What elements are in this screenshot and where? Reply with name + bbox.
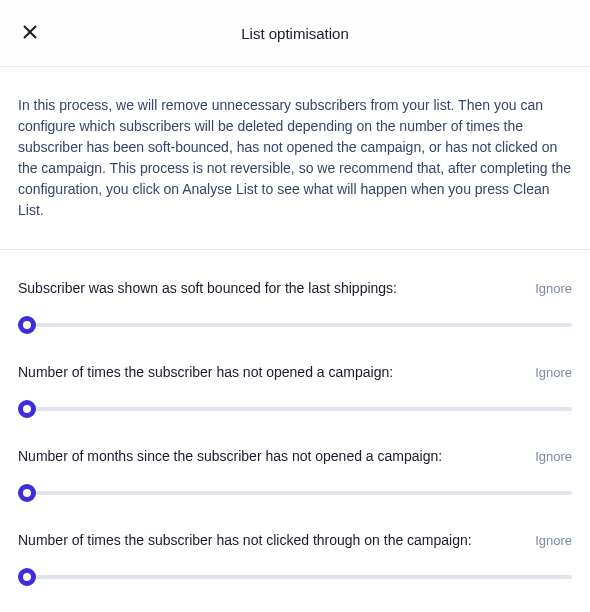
criteria-label: Number of times the subscriber has not o…	[18, 364, 393, 380]
page-title: List optimisation	[241, 25, 349, 42]
slider-thumb[interactable]	[18, 316, 36, 334]
slider-track	[18, 407, 572, 411]
intro-text: In this process, we will remove unnecess…	[0, 67, 590, 250]
criteria-head: Number of months since the subscriber ha…	[18, 448, 572, 464]
slider-not-opened-times[interactable]	[18, 400, 572, 418]
criteria-not-clicked: Number of times the subscriber has not c…	[18, 502, 572, 586]
dialog-body: Subscriber was shown as soft bounced for…	[0, 250, 590, 612]
ignore-toggle[interactable]: Ignore	[535, 365, 572, 380]
close-button[interactable]	[20, 22, 40, 42]
criteria-not-opened-times: Number of times the subscriber has not o…	[18, 334, 572, 418]
criteria-not-opened-months: Number of months since the subscriber ha…	[18, 418, 572, 502]
dialog-footer: Analyse list Clear list	[18, 586, 572, 612]
ignore-toggle[interactable]: Ignore	[535, 281, 572, 296]
close-icon	[22, 24, 38, 40]
criteria-head: Number of times the subscriber has not c…	[18, 532, 572, 548]
slider-not-clicked[interactable]	[18, 568, 572, 586]
criteria-head: Number of times the subscriber has not o…	[18, 364, 572, 380]
slider-thumb[interactable]	[18, 484, 36, 502]
slider-track	[18, 575, 572, 579]
criteria-label: Number of times the subscriber has not c…	[18, 532, 472, 548]
ignore-toggle[interactable]: Ignore	[535, 533, 572, 548]
slider-soft-bounce[interactable]	[18, 316, 572, 334]
dialog-header: List optimisation	[0, 0, 590, 67]
criteria-label: Number of months since the subscriber ha…	[18, 448, 442, 464]
slider-not-opened-months[interactable]	[18, 484, 572, 502]
ignore-toggle[interactable]: Ignore	[535, 449, 572, 464]
criteria-label: Subscriber was shown as soft bounced for…	[18, 280, 397, 296]
slider-thumb[interactable]	[18, 568, 36, 586]
slider-track	[18, 323, 572, 327]
slider-thumb[interactable]	[18, 400, 36, 418]
criteria-soft-bounce: Subscriber was shown as soft bounced for…	[18, 250, 572, 334]
criteria-head: Subscriber was shown as soft bounced for…	[18, 280, 572, 296]
slider-track	[18, 491, 572, 495]
